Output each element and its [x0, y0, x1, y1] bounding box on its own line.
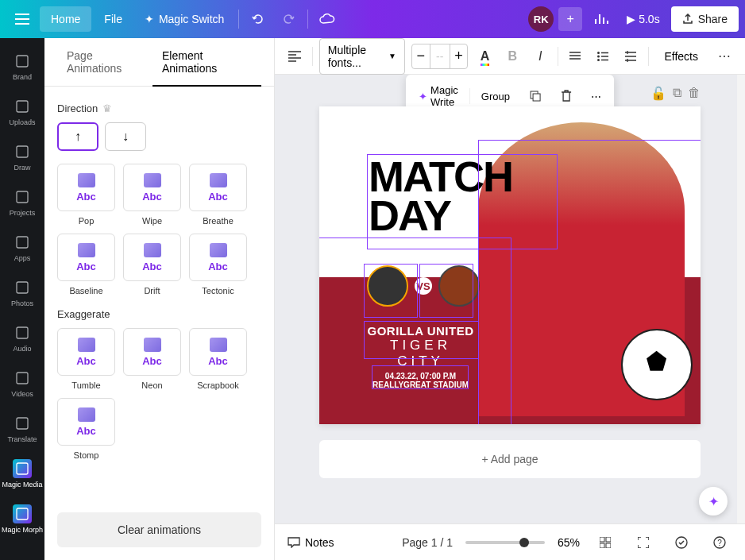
plus-button[interactable]: + [558, 7, 582, 31]
rail-projects[interactable]: Projects [0, 180, 44, 224]
rail-magic-morph[interactable]: Magic Morph [0, 497, 44, 541]
svg-point-12 [597, 55, 600, 57]
svg-rect-10 [17, 508, 28, 519]
animation-drift[interactable]: AbcDrift [123, 234, 181, 295]
bold-button[interactable]: B [502, 44, 523, 69]
rail-label: Uploads [9, 118, 35, 126]
copy-button[interactable] [521, 85, 550, 107]
animation-label: Drift [144, 286, 160, 295]
align-menu-button[interactable] [284, 44, 306, 69]
svg-rect-1 [17, 101, 28, 112]
delete-page-icon[interactable]: 🗑 [688, 86, 701, 101]
list-button[interactable] [593, 44, 614, 69]
play-duration[interactable]: ▶ 5.0s [620, 13, 666, 25]
animation-label: Wipe [142, 216, 162, 226]
animation-tectonic[interactable]: AbcTectonic [189, 234, 247, 295]
rail-uploads[interactable]: Uploads [0, 90, 44, 133]
animation-wipe[interactable]: AbcWipe [123, 164, 181, 226]
font-select[interactable]: Multiple fonts... ▼ [319, 38, 405, 75]
match-info[interactable]: 04.23.22, 07:00 P.M REALLYGREAT STADIUM [367, 372, 474, 389]
rail-label: Translate [7, 435, 37, 443]
team1-badge[interactable] [367, 265, 408, 307]
magic-switch-button[interactable]: ✦ Magic Switch [135, 6, 234, 32]
magic-media-icon [13, 459, 32, 478]
zoom-value[interactable]: 65% [558, 536, 580, 549]
text-color-button[interactable]: A [474, 44, 496, 69]
analytics-button[interactable] [587, 5, 616, 33]
italic-button[interactable]: I [530, 44, 551, 69]
check-button[interactable] [669, 530, 694, 555]
animation-baseline[interactable]: AbcBaseline [57, 234, 115, 295]
videos-icon [13, 369, 32, 388]
menu-button[interactable] [6, 3, 38, 35]
rail-label: Projects [10, 209, 36, 217]
rail-videos[interactable]: Videos [0, 361, 44, 405]
rail-label: Photos [11, 299, 33, 307]
direction-up-button[interactable]: ↑ [57, 122, 98, 151]
ai-fab-button[interactable]: ✦ [699, 487, 728, 516]
clear-animations-button[interactable]: Clear animations [57, 512, 261, 547]
rail-translate[interactable]: Translate [0, 407, 44, 450]
editor-toolbar: Multiple fonts... ▼ − -- + A B I [275, 38, 745, 75]
file-link[interactable]: File [93, 6, 133, 32]
notes-button[interactable]: Notes [288, 536, 334, 549]
page-number[interactable]: Page 1 / 1 [402, 536, 453, 549]
animation-breathe[interactable]: AbcBreathe [189, 164, 247, 226]
group-button[interactable]: Group [473, 86, 518, 107]
cloud-sync-icon[interactable] [313, 5, 342, 33]
tab-page-animations[interactable]: Page Animations [57, 38, 152, 86]
text-align-button[interactable] [565, 44, 586, 69]
rail-audio[interactable]: Audio [0, 316, 44, 360]
direction-down-button[interactable]: ↓ [105, 122, 146, 151]
vs-label: VS [415, 277, 432, 295]
rail-magic-media[interactable]: Magic Media [0, 452, 44, 496]
tab-element-animations[interactable]: Element Animations [152, 38, 261, 86]
animation-stomp[interactable]: AbcStomp [57, 398, 115, 460]
font-size-decrease[interactable]: − [412, 44, 430, 68]
delete-button[interactable] [553, 85, 580, 107]
context-more-button[interactable]: ⋯ [583, 86, 609, 107]
rail-label: Videos [11, 390, 33, 398]
font-size-group: − -- + [411, 44, 468, 69]
notes-icon [288, 537, 300, 548]
animation-pop[interactable]: AbcPop [57, 164, 115, 226]
rail-photos[interactable]: Photos [0, 271, 44, 315]
team-badges[interactable]: VS [367, 265, 480, 307]
rail-draw[interactable]: Draw [0, 135, 44, 179]
more-button[interactable]: ⋯ [714, 44, 735, 69]
team-names[interactable]: GORILLA UNITED TIGER CITY [367, 324, 474, 369]
rail-apps[interactable]: Apps [0, 226, 44, 269]
svg-rect-6 [17, 327, 28, 338]
fullscreen-button[interactable] [631, 530, 656, 555]
lock-icon[interactable]: 🔓 [650, 86, 666, 101]
zoom-slider[interactable] [465, 541, 545, 544]
home-link[interactable]: Home [40, 6, 91, 32]
rail-label: Magic Morph [2, 526, 43, 534]
effects-button[interactable]: Effects [654, 45, 708, 68]
animations-panel: Page Animations Element Animations Direc… [44, 38, 275, 560]
help-button[interactable]: ? [707, 530, 732, 555]
grid-view-button[interactable] [593, 530, 618, 555]
design-page[interactable]: MATCH DAY VS GORILLA UNITED TIGER CITY 0… [319, 106, 701, 424]
font-size-value[interactable]: -- [430, 44, 450, 68]
spacing-button[interactable] [620, 44, 642, 69]
share-button[interactable]: Share [671, 6, 739, 32]
scrollbar-vertical[interactable] [737, 75, 745, 523]
svg-point-13 [597, 59, 600, 61]
animation-neon[interactable]: AbcNeon [123, 328, 181, 390]
animation-scrapbook[interactable]: AbcScrapbook [189, 328, 247, 390]
animation-tumble[interactable]: AbcTumble [57, 328, 115, 390]
undo-button[interactable] [244, 5, 272, 33]
font-size-increase[interactable]: + [450, 44, 467, 68]
canvas-viewport[interactable]: 🔓 ⧉ 🗑 ✦ Magic Write Group [275, 75, 745, 523]
team2-badge[interactable] [438, 265, 480, 307]
match-title[interactable]: MATCH DAY [369, 157, 512, 234]
redo-button[interactable] [274, 5, 303, 33]
font-select-label: Multiple fonts... [328, 44, 388, 69]
rail-label: Magic Media [2, 481, 42, 489]
svg-rect-16 [600, 537, 604, 542]
avatar[interactable]: RK [528, 6, 554, 32]
rail-brand[interactable]: Brand [0, 44, 44, 88]
add-page-button[interactable]: + Add page [319, 440, 701, 478]
duplicate-page-icon[interactable]: ⧉ [673, 86, 681, 101]
